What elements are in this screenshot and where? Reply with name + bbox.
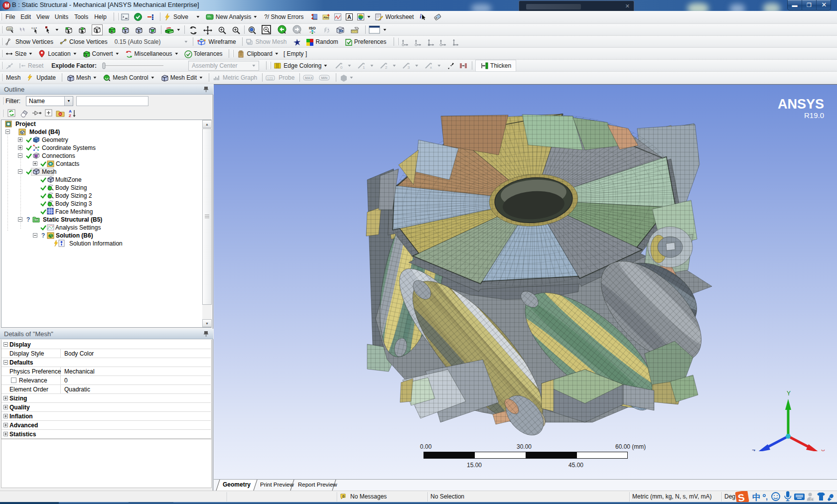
- svg-text:100: 100: [7, 27, 12, 30]
- svg-text:3: 3: [408, 65, 410, 70]
- svg-text:0: 0: [342, 494, 345, 499]
- svg-text:1: 1: [363, 65, 365, 70]
- svg-text:x: x: [430, 65, 432, 70]
- svg-text:Z: Z: [69, 114, 71, 118]
- svg-text:Z: Z: [752, 449, 755, 451]
- svg-text:0: 0: [340, 65, 343, 70]
- svg-text:MIN: MIN: [321, 76, 328, 80]
- svg-text:,: ,: [766, 493, 768, 501]
- svg-text:A: A: [69, 109, 72, 114]
- svg-text:123: 123: [267, 76, 273, 80]
- svg-text:Y: Y: [787, 390, 791, 397]
- svg-text:X: X: [821, 449, 825, 451]
- svg-text:中: 中: [752, 493, 761, 502]
- svg-text:A: A: [347, 14, 351, 20]
- svg-text:2: 2: [385, 65, 388, 70]
- svg-text:MAX: MAX: [305, 76, 313, 80]
- svg-text:x,y,z: x,y,z: [31, 26, 37, 29]
- svg-text:ISO: ISO: [309, 26, 316, 30]
